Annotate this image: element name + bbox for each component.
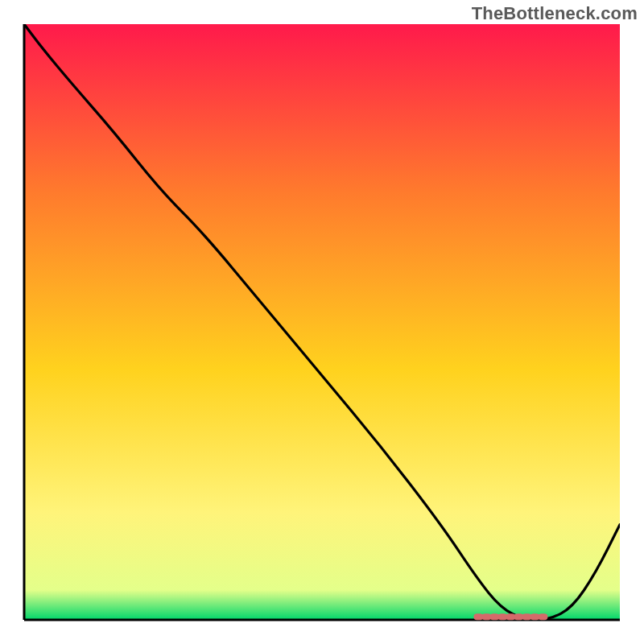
- plot-background: [24, 24, 620, 620]
- bottleneck-chart: [0, 0, 644, 644]
- watermark-text: TheBottleneck.com: [472, 3, 638, 24]
